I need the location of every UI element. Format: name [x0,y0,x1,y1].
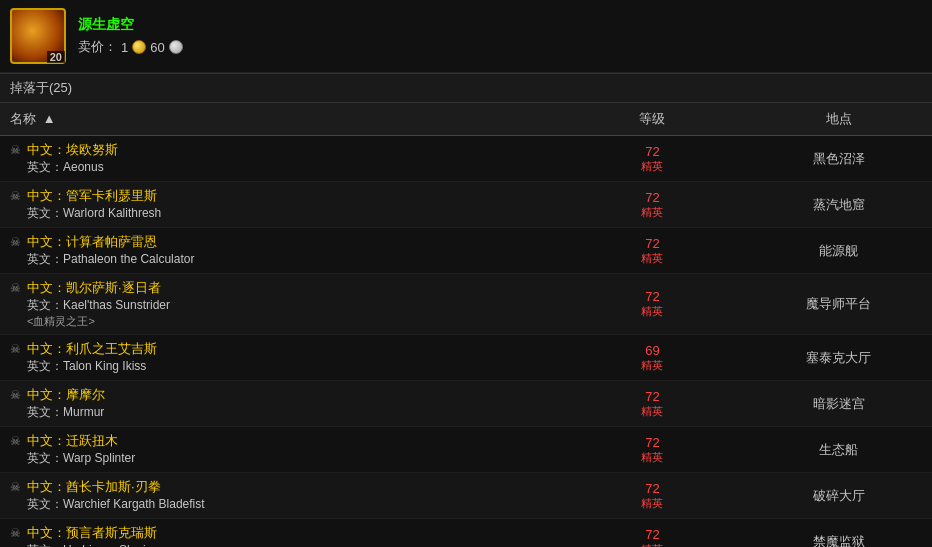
npc-cn-name: 中文：利爪之王艾吉斯 [27,340,157,358]
npc-en-name: 英文：Warchief Kargath Bladefist [27,496,205,513]
npc-en-name: 英文：Warlord Kalithresh [27,205,161,222]
npc-location-cell[interactable]: 黑色沼泽 [746,136,932,182]
col-name-header[interactable]: 名称 ▲ [0,103,559,136]
npc-level-cell: 72精英 [559,136,745,182]
drops-table: 名称 ▲ 等级 地点 ☠中文：埃欧努斯英文：Aeonus72精英黑色沼泽☠中文：… [0,103,932,547]
col-name-label: 名称 [10,111,36,126]
item-price: 卖价： 1 60 [78,38,183,56]
level-sub: 精英 [569,450,735,465]
npc-name-block: 中文：摩摩尔英文：Murmur [27,386,105,421]
item-name[interactable]: 源生虚空 [78,16,183,34]
npc-location-cell[interactable]: 破碎大厅 [746,473,932,519]
level-sub: 精英 [569,205,735,220]
npc-location-cell[interactable]: 禁魔监狱 [746,519,932,548]
npc-name-cell: ☠中文：摩摩尔英文：Murmur [0,381,559,427]
level-sub: 精英 [569,358,735,373]
npc-en-name: 英文：Aeonus [27,159,118,176]
table-row[interactable]: ☠中文：凯尔萨斯·逐日者英文：Kael'thas Sunstrider<血精灵之… [0,274,932,335]
npc-name-cell: ☠中文：管军卡利瑟里斯英文：Warlord Kalithresh [0,182,559,228]
location-name: 破碎大厅 [813,488,865,503]
npc-location-cell[interactable]: 能源舰 [746,228,932,274]
level-value: 72 [645,435,659,450]
table-row[interactable]: ☠中文：计算者帕萨雷恩英文：Pathaleon the Calculator72… [0,228,932,274]
table-row[interactable]: ☠中文：迁跃扭木英文：Warp Splinter72精英生态船 [0,427,932,473]
table-row[interactable]: ☠中文：管军卡利瑟里斯英文：Warlord Kalithresh72精英蒸汽地窟 [0,182,932,228]
location-name: 能源舰 [819,243,858,258]
section-title: 掉落于(25) [10,80,72,95]
location-name: 黑色沼泽 [813,151,865,166]
item-info: 源生虚空 卖价： 1 60 [78,16,183,56]
location-name: 暗影迷宫 [813,396,865,411]
item-header: 20 源生虚空 卖价： 1 60 [0,0,932,73]
npc-en-name: 英文：Warp Splinter [27,450,135,467]
col-location-header[interactable]: 地点 [746,103,932,136]
npc-name-cell: ☠中文：利爪之王艾吉斯英文：Talon King Ikiss [0,335,559,381]
sell-label: 卖价： [78,38,117,56]
skull-icon: ☠ [10,281,21,295]
table-row[interactable]: ☠中文：摩摩尔英文：Murmur72精英暗影迷宫 [0,381,932,427]
table-row[interactable]: ☠中文：预言者斯克瑞斯英文：Harbinger Skyriss72精英禁魔监狱 [0,519,932,548]
level-value: 72 [645,481,659,496]
npc-name-cell: ☠中文：预言者斯克瑞斯英文：Harbinger Skyriss [0,519,559,548]
npc-location-cell[interactable]: 塞泰克大厅 [746,335,932,381]
skull-icon: ☠ [10,342,21,356]
item-icon-wrapper: 20 [10,8,66,64]
npc-location-cell[interactable]: 蒸汽地窟 [746,182,932,228]
section-header: 掉落于(25) [0,73,932,103]
npc-level-cell: 72精英 [559,228,745,274]
npc-name-block: 中文：迁跃扭木英文：Warp Splinter [27,432,135,467]
level-sub: 精英 [569,304,735,319]
item-level-badge: 20 [47,51,65,63]
npc-title: <血精灵之王> [27,314,170,329]
npc-name-block: 中文：酋长卡加斯·刃拳英文：Warchief Kargath Bladefist [27,478,205,513]
level-sub: 精英 [569,404,735,419]
skull-icon: ☠ [10,388,21,402]
location-name: 蒸汽地窟 [813,197,865,212]
npc-name-block: 中文：计算者帕萨雷恩英文：Pathaleon the Calculator [27,233,194,268]
npc-location-cell[interactable]: 生态船 [746,427,932,473]
npc-cn-name: 中文：摩摩尔 [27,386,105,404]
npc-cn-name: 中文：预言者斯克瑞斯 [27,524,158,542]
level-sub: 精英 [569,251,735,266]
npc-cn-name: 中文：迁跃扭木 [27,432,135,450]
npc-cn-name: 中文：酋长卡加斯·刃拳 [27,478,205,496]
level-value: 69 [645,343,659,358]
level-value: 72 [645,190,659,205]
npc-name-block: 中文：利爪之王艾吉斯英文：Talon King Ikiss [27,340,157,375]
npc-name-block: 中文：凯尔萨斯·逐日者英文：Kael'thas Sunstrider<血精灵之王… [27,279,170,329]
sort-arrow-icon: ▲ [43,111,56,126]
npc-name-block: 中文：埃欧努斯英文：Aeonus [27,141,118,176]
sell-silver-value: 60 [150,40,164,55]
skull-icon: ☠ [10,143,21,157]
npc-cn-name: 中文：管军卡利瑟里斯 [27,187,161,205]
npc-en-name: 英文：Kael'thas Sunstrider [27,297,170,314]
npc-level-cell: 72精英 [559,519,745,548]
npc-location-cell[interactable]: 暗影迷宫 [746,381,932,427]
npc-name-cell: ☠中文：迁跃扭木英文：Warp Splinter [0,427,559,473]
col-level-header[interactable]: 等级 [559,103,745,136]
table-row[interactable]: ☠中文：酋长卡加斯·刃拳英文：Warchief Kargath Bladefis… [0,473,932,519]
npc-name-block: 中文：预言者斯克瑞斯英文：Harbinger Skyriss [27,524,158,547]
skull-icon: ☠ [10,189,21,203]
npc-level-cell: 72精英 [559,182,745,228]
location-name: 生态船 [819,442,858,457]
level-sub: 精英 [569,496,735,511]
skull-icon: ☠ [10,526,21,540]
location-name: 禁魔监狱 [813,534,865,548]
npc-cn-name: 中文：埃欧努斯 [27,141,118,159]
npc-location-cell[interactable]: 魔导师平台 [746,274,932,335]
npc-en-name: 英文：Talon King Ikiss [27,358,157,375]
silver-coin-icon [169,40,183,54]
npc-name-cell: ☠中文：酋长卡加斯·刃拳英文：Warchief Kargath Bladefis… [0,473,559,519]
npc-name-cell: ☠中文：计算者帕萨雷恩英文：Pathaleon the Calculator [0,228,559,274]
npc-level-cell: 72精英 [559,381,745,427]
location-name: 魔导师平台 [806,296,871,311]
level-sub: 精英 [569,542,735,548]
level-value: 72 [645,236,659,251]
table-row[interactable]: ☠中文：埃欧努斯英文：Aeonus72精英黑色沼泽 [0,136,932,182]
level-value: 72 [645,144,659,159]
skull-icon: ☠ [10,235,21,249]
table-row[interactable]: ☠中文：利爪之王艾吉斯英文：Talon King Ikiss69精英塞泰克大厅 [0,335,932,381]
level-value: 72 [645,527,659,542]
npc-cn-name: 中文：凯尔萨斯·逐日者 [27,279,170,297]
